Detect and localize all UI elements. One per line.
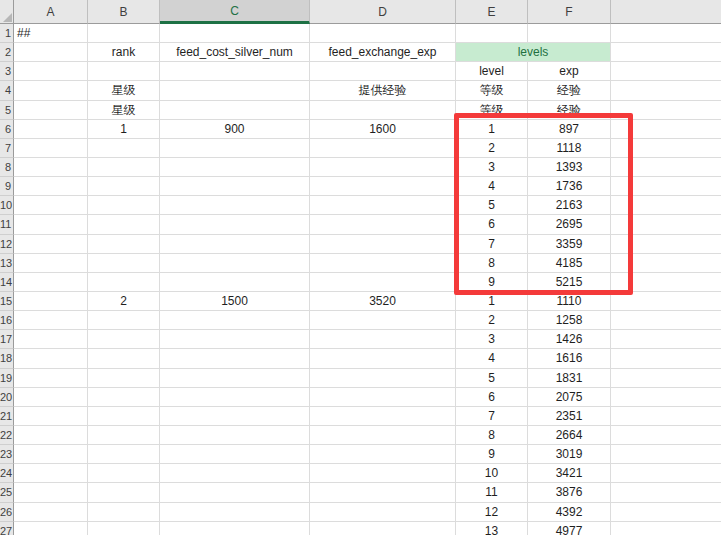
- row-header-7[interactable]: 7: [0, 139, 14, 158]
- cell-B25[interactable]: [88, 483, 160, 502]
- cell-D25[interactable]: [310, 483, 456, 502]
- cell-F27[interactable]: 4977: [528, 522, 611, 535]
- row-header-23[interactable]: 23: [0, 445, 14, 464]
- cell-C20[interactable]: [160, 388, 310, 407]
- cell-E19[interactable]: 5: [456, 369, 528, 388]
- cell-E5[interactable]: 等级: [456, 101, 528, 120]
- cell-C24[interactable]: [160, 464, 310, 483]
- cell-D8[interactable]: [310, 158, 456, 177]
- cell-C15[interactable]: 1500: [160, 292, 310, 311]
- cell-B26[interactable]: [88, 503, 160, 522]
- cell-A27[interactable]: [14, 522, 88, 535]
- cell-F6[interactable]: 897: [528, 120, 611, 139]
- cell-B2[interactable]: rank: [88, 43, 160, 62]
- cell-G6[interactable]: [611, 120, 721, 139]
- cell-F26[interactable]: 4392: [528, 503, 611, 522]
- row-header-17[interactable]: 17: [0, 330, 14, 349]
- cell-G9[interactable]: [611, 177, 721, 196]
- cell-E18[interactable]: 4: [456, 349, 528, 368]
- cell-G25[interactable]: [611, 483, 721, 502]
- cell-A18[interactable]: [14, 349, 88, 368]
- cell-E26[interactable]: 12: [456, 503, 528, 522]
- cell-C6[interactable]: 900: [160, 120, 310, 139]
- cell-B20[interactable]: [88, 388, 160, 407]
- cell-A15[interactable]: [14, 292, 88, 311]
- cell-D26[interactable]: [310, 503, 456, 522]
- cell-C25[interactable]: [160, 483, 310, 502]
- cell-A26[interactable]: [14, 503, 88, 522]
- column-header-B[interactable]: B: [88, 0, 160, 24]
- cell-A7[interactable]: [14, 139, 88, 158]
- row-header-4[interactable]: 4: [0, 81, 14, 100]
- cell-E11[interactable]: 6: [456, 215, 528, 234]
- cell-C7[interactable]: [160, 139, 310, 158]
- cell-G23[interactable]: [611, 445, 721, 464]
- row-header-25[interactable]: 25: [0, 483, 14, 502]
- cell-G26[interactable]: [611, 503, 721, 522]
- cell-C4[interactable]: [160, 81, 310, 100]
- cell-A14[interactable]: [14, 273, 88, 292]
- row-header-1[interactable]: 1: [0, 24, 14, 43]
- cell-F12[interactable]: 3359: [528, 235, 611, 254]
- cell-G27[interactable]: [611, 522, 721, 535]
- cell-C11[interactable]: [160, 215, 310, 234]
- cell-D7[interactable]: [310, 139, 456, 158]
- cell-F20[interactable]: 2075: [528, 388, 611, 407]
- cell-F17[interactable]: 1426: [528, 330, 611, 349]
- column-header-F[interactable]: F: [528, 0, 611, 24]
- cell-B14[interactable]: [88, 273, 160, 292]
- cell-E14[interactable]: 9: [456, 273, 528, 292]
- cell-C21[interactable]: [160, 407, 310, 426]
- cell-B21[interactable]: [88, 407, 160, 426]
- cell-E1[interactable]: [456, 24, 528, 43]
- cell-E17[interactable]: 3: [456, 330, 528, 349]
- cell-B12[interactable]: [88, 235, 160, 254]
- cell-E16[interactable]: 2: [456, 311, 528, 330]
- cell-G19[interactable]: [611, 369, 721, 388]
- cell-C13[interactable]: [160, 254, 310, 273]
- cell-C9[interactable]: [160, 177, 310, 196]
- row-header-14[interactable]: 14: [0, 273, 14, 292]
- cell-F24[interactable]: 3421: [528, 464, 611, 483]
- row-header-8[interactable]: 8: [0, 158, 14, 177]
- row-header-2[interactable]: 2: [0, 43, 14, 62]
- cell-A16[interactable]: [14, 311, 88, 330]
- cell-C8[interactable]: [160, 158, 310, 177]
- row-header-6[interactable]: 6: [0, 120, 14, 139]
- select-all-corner[interactable]: [0, 0, 14, 24]
- cell-G21[interactable]: [611, 407, 721, 426]
- cell-F9[interactable]: 1736: [528, 177, 611, 196]
- cell-G18[interactable]: [611, 349, 721, 368]
- row-header-13[interactable]: 13: [0, 254, 14, 273]
- cell-C27[interactable]: [160, 522, 310, 535]
- cell-E23[interactable]: 9: [456, 445, 528, 464]
- cell-B16[interactable]: [88, 311, 160, 330]
- cell-D27[interactable]: [310, 522, 456, 535]
- cell-E27[interactable]: 13: [456, 522, 528, 535]
- cell-D15[interactable]: 3520: [310, 292, 456, 311]
- cell-G4[interactable]: [611, 81, 721, 100]
- cell-B4[interactable]: 星级: [88, 81, 160, 100]
- cell-D6[interactable]: 1600: [310, 120, 456, 139]
- cell-E6[interactable]: 1: [456, 120, 528, 139]
- cell-D21[interactable]: [310, 407, 456, 426]
- cell-B23[interactable]: [88, 445, 160, 464]
- row-header-11[interactable]: 11: [0, 215, 14, 234]
- cell-B18[interactable]: [88, 349, 160, 368]
- row-header-5[interactable]: 5: [0, 101, 14, 120]
- cell-B8[interactable]: [88, 158, 160, 177]
- cell-E7[interactable]: 2: [456, 139, 528, 158]
- cell-A10[interactable]: [14, 196, 88, 215]
- cell-A1[interactable]: ##: [14, 24, 88, 43]
- cell-G2[interactable]: [611, 43, 721, 62]
- cell-D19[interactable]: [310, 369, 456, 388]
- row-header-3[interactable]: 3: [0, 62, 14, 81]
- cell-A13[interactable]: [14, 254, 88, 273]
- cell-D16[interactable]: [310, 311, 456, 330]
- cell-D23[interactable]: [310, 445, 456, 464]
- column-header-blank[interactable]: [611, 0, 721, 24]
- cell-E22[interactable]: 8: [456, 426, 528, 445]
- cell-A9[interactable]: [14, 177, 88, 196]
- cell-E24[interactable]: 10: [456, 464, 528, 483]
- cell-E10[interactable]: 5: [456, 196, 528, 215]
